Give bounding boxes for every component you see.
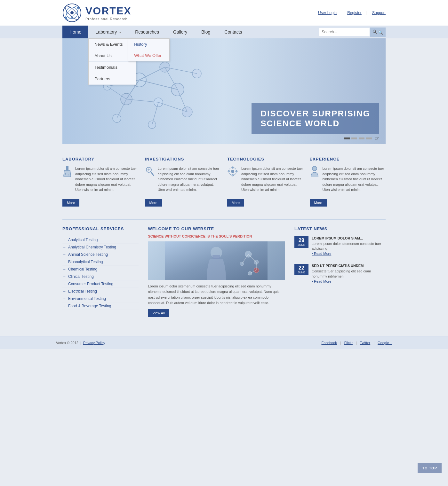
nav-laboratory[interactable]: Laboratory ▾ News & Events About Us Test… <box>88 26 128 38</box>
view-all-button[interactable]: View All <box>148 309 169 317</box>
welcome-title: WELCOME TO OUR WEBSITE <box>148 226 285 231</box>
hero-title-line1: DISCOVER SURPRISING <box>260 109 370 119</box>
svg-line-8 <box>375 32 377 34</box>
researches-dropdown: History What We Offer <box>128 38 170 61</box>
header: VORTEX Professional Research User Login … <box>56 0 392 26</box>
arrow-icon-8: → <box>62 289 66 294</box>
hero-dot-4[interactable] <box>366 137 372 139</box>
twitter-link[interactable]: Twitter <box>360 341 370 345</box>
service-electrical[interactable]: → Electrical Testing <box>62 288 139 295</box>
search-button[interactable] <box>370 27 386 37</box>
svg-point-33 <box>68 175 69 176</box>
service-consumer-product[interactable]: → Consumer Product Testing <box>62 280 139 288</box>
nav-blog[interactable]: Blog <box>194 26 217 38</box>
welcome-column: WELCOME TO OUR WEBSITE SCIENCE WITHOUT C… <box>148 226 285 317</box>
feature-investigations-content: Lorem ipsum dolor sit am consecte tuer a… <box>145 166 221 192</box>
search-input[interactable] <box>319 28 370 36</box>
investigations-more-button[interactable]: More <box>145 199 162 207</box>
services-title: PROFESSIONAL SERVICES <box>62 226 139 231</box>
nav-researches[interactable]: Researches History What We Offer <box>128 26 166 38</box>
top-links: User Login | Register | Support <box>318 11 386 15</box>
logo-icon <box>62 3 82 22</box>
svg-point-42 <box>228 170 230 172</box>
dropdown-history[interactable]: History <box>128 39 169 50</box>
service-clinical[interactable]: → Clinical Testing <box>62 273 139 280</box>
news-item-1: 29 JUNE LOREM IPSUM DOLOR SIAM... Lorem … <box>294 236 386 256</box>
arrow-icon-7: → <box>62 282 66 286</box>
flickr-link[interactable]: Flickr <box>344 341 353 345</box>
svg-point-40 <box>232 167 234 169</box>
service-analytical-chemistry[interactable]: → Analytical Chemistry Testing <box>62 244 139 251</box>
divider2: | <box>366 11 367 15</box>
svg-point-5 <box>77 7 79 9</box>
hero-dot-3[interactable] <box>359 137 364 139</box>
service-chemical[interactable]: → Chemical Testing <box>62 266 139 273</box>
experience-more-button[interactable]: More <box>310 199 327 207</box>
google-plus-link[interactable]: Google + <box>378 341 392 345</box>
service-analytical-testing[interactable]: → Analytical Testing <box>62 236 139 244</box>
svg-point-44 <box>312 166 317 171</box>
svg-rect-47 <box>212 255 220 259</box>
hero-overlay: DISCOVER SURPRISING SCIENCE WORLD <box>252 103 379 134</box>
dropdown-partners[interactable]: Partners <box>89 73 136 85</box>
welcome-text: Lorem ipsum dolor sitemenum consecte tue… <box>148 284 285 306</box>
news-title-1: LOREM IPSUM DOLOR SIAM... <box>312 236 386 240</box>
svg-line-23 <box>165 67 197 74</box>
user-login-link[interactable]: User Login <box>318 11 337 15</box>
news-day-1: 29 <box>296 238 307 243</box>
feature-laboratory-title: LABORATORY <box>62 157 139 161</box>
search-area <box>319 27 386 37</box>
svg-point-32 <box>65 173 66 175</box>
service-animal-science[interactable]: → Animal Science Testing <box>62 251 139 258</box>
support-link[interactable]: Support <box>372 11 386 15</box>
main-content: LABORATORY Lorem ipsum dolor sit am cons… <box>56 147 392 326</box>
laboratory-more-button[interactable]: More <box>62 199 79 207</box>
news-month-1: JUNE <box>296 243 307 247</box>
hero-title-line2: SCIENCE WORLD <box>260 119 370 129</box>
arrow-icon-1: → <box>62 238 66 242</box>
read-more-2[interactable]: • Read More <box>312 279 331 283</box>
privacy-policy-link[interactable]: Privacy Policy <box>83 341 105 345</box>
footer-social-links: Facebook | Flickr | Twitter | Google + <box>321 341 392 345</box>
scientist-illustration <box>165 241 268 280</box>
experience-icon <box>310 166 319 180</box>
service-environmental[interactable]: → Environmental Testing <box>62 295 139 302</box>
service-food-beverage[interactable]: → Food & Beverage Testing <box>62 302 139 310</box>
footer-divider-3: | <box>373 341 374 345</box>
nav-home[interactable]: Home <box>62 26 88 38</box>
hero-dot-1[interactable] <box>344 137 350 139</box>
feature-technologies-title: TECHNOLOGIES <box>227 157 303 161</box>
news-content-1: LOREM IPSUM DOLOR SIAM... Lorem ipsum do… <box>312 236 386 256</box>
hero-dot-2[interactable] <box>351 137 357 139</box>
register-link[interactable]: Register <box>347 11 362 15</box>
news-date-2: 22 JUNE <box>294 264 308 275</box>
facebook-link[interactable]: Facebook <box>321 341 337 345</box>
technologies-more-button[interactable]: More <box>227 199 244 207</box>
svg-line-19 <box>139 67 165 80</box>
news-title-2: SED UT PERSPICIATIS UNDEM <box>312 264 386 268</box>
arrow-icon-6: → <box>62 274 66 279</box>
svg-point-41 <box>232 174 234 176</box>
welcome-image <box>148 241 285 280</box>
nav-gallery[interactable]: Gallery <box>166 26 194 38</box>
svg-line-35 <box>151 172 154 176</box>
svg-point-7 <box>373 30 376 32</box>
feature-experience-title: EXPERIENCE <box>310 157 386 161</box>
features-section: LABORATORY Lorem ipsum dolor sit am cons… <box>62 157 386 207</box>
feature-technologies-content: Lorem ipsum dolor sit am consecte tuer a… <box>227 166 303 192</box>
dropdown-what-we-offer[interactable]: What We Offer <box>128 50 169 61</box>
news-month-2: JUNE <box>296 271 307 274</box>
feature-investigations-title: INVESTIGATIONS <box>145 157 221 161</box>
feature-experience-content: Lorem ipsum dolor sit am consecte tuer a… <box>310 166 386 192</box>
dropdown-testimonials[interactable]: Testimonials <box>89 62 136 73</box>
feature-experience: EXPERIENCE Lorem ipsum dolor sit am cons… <box>310 157 386 207</box>
nav-contacts[interactable]: Contacts <box>217 26 249 38</box>
logo-subtitle: Professional Research <box>85 17 132 21</box>
read-more-1[interactable]: • Read More <box>312 252 331 255</box>
svg-line-21 <box>139 80 178 90</box>
svg-point-43 <box>236 170 237 172</box>
laboratory-icon <box>62 166 72 180</box>
service-bioanalytical[interactable]: → Bioanalytical Testing <box>62 258 139 266</box>
cursor-hand-icon: ☞ <box>375 135 379 141</box>
svg-line-27 <box>158 102 187 112</box>
